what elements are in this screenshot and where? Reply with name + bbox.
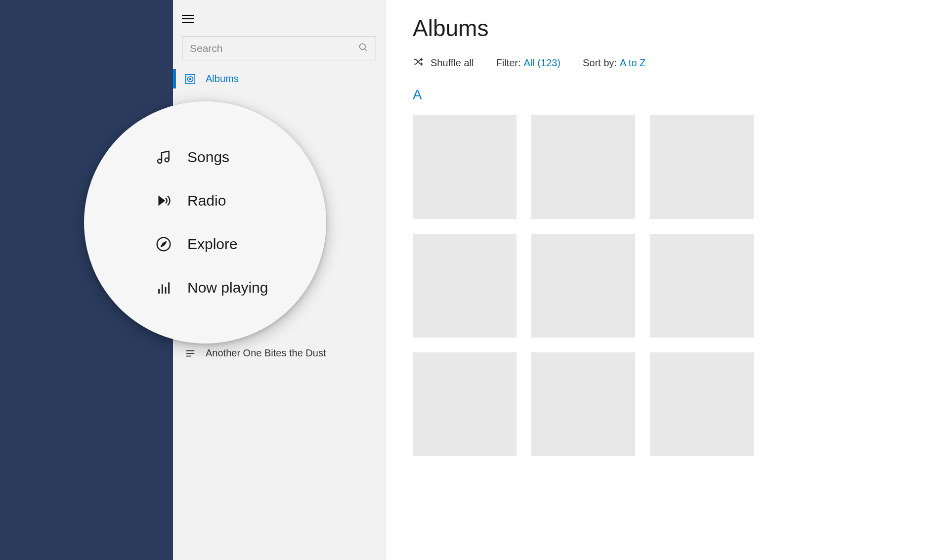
sidebar-item-label: Albums [206, 73, 239, 85]
album-tile[interactable] [531, 115, 635, 219]
sidebar-item-radio[interactable]: Radio [156, 192, 326, 209]
album-tile[interactable] [413, 352, 517, 456]
nav-label: Now playing [187, 279, 268, 296]
sidebar-item-explore[interactable]: Explore [156, 236, 326, 253]
album-grid [413, 115, 923, 456]
shuffle-all-button[interactable]: Shuffle all [413, 56, 474, 70]
album-tile[interactable] [650, 234, 754, 338]
radio-icon [156, 193, 172, 209]
shuffle-icon [413, 56, 424, 70]
main-content: Albums Shuffle all Filter: All (123) Sor… [386, 0, 950, 560]
filter-value[interactable]: All (123) [523, 57, 560, 69]
hamburger-menu-button[interactable] [173, 10, 203, 32]
search-box[interactable] [182, 37, 376, 60]
nav-label: Songs [187, 149, 229, 166]
svg-marker-18 [161, 242, 167, 247]
search-input[interactable] [190, 43, 358, 54]
equalizer-icon [156, 280, 172, 296]
sort-control[interactable]: Sort by: A to Z [583, 57, 646, 69]
sort-label: Sort by: [583, 57, 617, 69]
playlist-label: Another One Bites the Dust [206, 347, 326, 359]
section-letter[interactable]: A [413, 87, 923, 103]
shuffle-label: Shuffle all [431, 57, 474, 69]
sort-value[interactable]: A to Z [620, 57, 646, 69]
svg-point-14 [158, 159, 162, 163]
filter-control[interactable]: Filter: All (123) [496, 57, 560, 69]
album-tile[interactable] [413, 115, 517, 219]
search-icon[interactable] [358, 43, 368, 54]
svg-point-15 [165, 158, 169, 162]
album-tile[interactable] [650, 115, 754, 219]
sidebar-item-songs[interactable]: Songs [156, 149, 326, 166]
sidebar-item-albums[interactable]: Albums [173, 65, 385, 92]
music-note-icon [156, 149, 172, 165]
album-tile[interactable] [531, 352, 635, 456]
filter-label: Filter: [496, 57, 520, 69]
album-icon [185, 74, 196, 85]
hamburger-icon [182, 15, 194, 23]
album-tile[interactable] [650, 352, 754, 456]
svg-marker-16 [159, 197, 165, 205]
album-tile[interactable] [413, 234, 517, 338]
nav-label: Radio [187, 192, 226, 209]
svg-point-0 [360, 44, 366, 50]
svg-line-1 [365, 49, 367, 51]
nav-label: Explore [187, 236, 238, 253]
page-title: Albums [413, 15, 923, 42]
magnifier-overlay: Songs Radio Explore [84, 101, 326, 344]
playlist-icon [185, 348, 196, 359]
sidebar-item-now-playing[interactable]: Now playing [156, 279, 326, 296]
compass-icon [156, 236, 172, 252]
album-tile[interactable] [531, 234, 635, 338]
svg-point-4 [190, 78, 191, 80]
playlist-item[interactable]: Another One Bites the Dust [173, 341, 385, 366]
controls-row: Shuffle all Filter: All (123) Sort by: A… [413, 56, 923, 70]
